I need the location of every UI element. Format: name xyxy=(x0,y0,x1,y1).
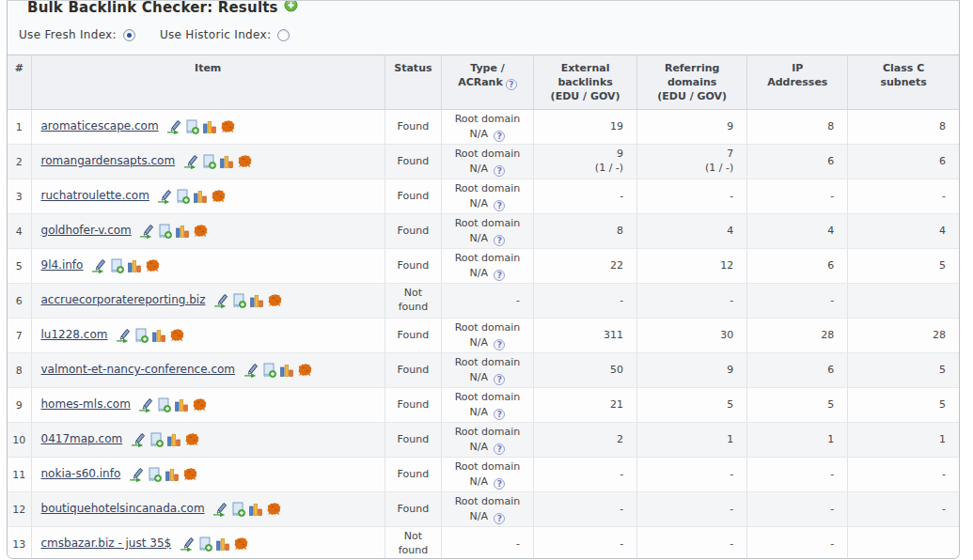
pen-link-icon[interactable] xyxy=(131,432,146,447)
help-icon[interactable]: ? xyxy=(494,339,505,350)
domain-link[interactable]: boutiquehotelsincanada.com xyxy=(41,502,205,515)
class-c-subnets-cell: 5 xyxy=(848,353,959,388)
majestic-icon[interactable] xyxy=(145,258,161,273)
pen-link-icon[interactable] xyxy=(157,189,172,204)
help-icon[interactable]: ? xyxy=(506,79,517,90)
item-cell: accruecorporatereporting.biz xyxy=(31,284,384,319)
majestic-icon[interactable] xyxy=(233,537,249,552)
row-number: 5 xyxy=(8,249,31,284)
majestic-icon[interactable] xyxy=(182,467,198,482)
majestic-icon[interactable] xyxy=(211,189,227,204)
bar-chart-icon[interactable] xyxy=(202,119,217,134)
add-report-icon[interactable] xyxy=(147,467,162,482)
pen-link-icon[interactable] xyxy=(243,363,259,378)
domain-link[interactable]: homes-mls.com xyxy=(41,397,131,411)
add-report-icon[interactable] xyxy=(184,119,199,134)
add-icon[interactable] xyxy=(284,0,298,16)
domain-link[interactable]: 9l4.info xyxy=(41,258,84,272)
bar-chart-icon[interactable] xyxy=(175,224,190,239)
domain-link[interactable]: ruchatroulette.com xyxy=(41,189,149,202)
majestic-icon[interactable] xyxy=(169,328,185,343)
add-report-icon[interactable] xyxy=(149,432,164,447)
col-header-ip-addresses: IP Addresses xyxy=(747,55,848,110)
domain-link[interactable]: nokia-s60.info xyxy=(41,467,121,480)
help-icon[interactable]: ? xyxy=(494,374,505,385)
pen-link-icon[interactable] xyxy=(139,224,154,239)
pen-link-icon[interactable] xyxy=(138,397,153,412)
domain-link[interactable]: goldhofer-v.com xyxy=(41,224,132,237)
acrank-value: N/A xyxy=(469,197,491,210)
help-icon[interactable]: ? xyxy=(494,235,505,246)
add-report-icon[interactable] xyxy=(261,363,276,378)
bar-chart-icon[interactable] xyxy=(166,432,181,447)
majestic-icon[interactable] xyxy=(184,432,200,447)
item-cell: homes-mls.com xyxy=(31,388,384,423)
domain-link[interactable]: cmsbazar.biz - just 35$ xyxy=(41,537,172,550)
bar-chart-icon[interactable] xyxy=(215,537,230,552)
pen-link-icon[interactable] xyxy=(116,328,131,343)
help-icon[interactable]: ? xyxy=(494,513,505,524)
bar-chart-icon[interactable] xyxy=(165,467,180,482)
domain-link[interactable]: romangardensapts.com xyxy=(41,154,176,167)
pen-link-icon[interactable] xyxy=(212,502,228,517)
domain-link[interactable]: 0417map.com xyxy=(41,432,123,445)
bar-chart-icon[interactable] xyxy=(249,293,264,308)
majestic-icon[interactable] xyxy=(267,293,283,308)
row-number: 4 xyxy=(8,214,31,249)
domain-link[interactable]: valmont-et-nancy-conference.com xyxy=(41,363,236,376)
bar-chart-icon[interactable] xyxy=(248,502,263,517)
add-report-icon[interactable] xyxy=(175,189,190,204)
add-report-icon[interactable] xyxy=(197,537,212,552)
pen-link-icon[interactable] xyxy=(129,467,144,482)
help-icon[interactable]: ? xyxy=(494,200,505,211)
pen-link-icon[interactable] xyxy=(180,537,195,552)
status-cell: Found xyxy=(384,319,441,353)
acrank-value: N/A xyxy=(469,371,491,383)
help-icon[interactable]: ? xyxy=(494,165,505,177)
domain-link[interactable]: aromaticescape.com xyxy=(41,119,159,132)
help-icon[interactable]: ? xyxy=(494,131,505,142)
type-empty-value: - xyxy=(442,293,533,307)
domain-link[interactable]: accruecorporatereporting.biz xyxy=(41,293,206,306)
type-acrank-cell: Root domain N/A ? xyxy=(441,353,533,388)
row-action-icons xyxy=(131,432,200,447)
majestic-icon[interactable] xyxy=(220,119,236,134)
pen-link-icon[interactable] xyxy=(213,293,228,308)
bar-chart-icon[interactable] xyxy=(151,328,166,343)
pen-link-icon[interactable] xyxy=(91,258,106,273)
bar-chart-icon[interactable] xyxy=(193,189,208,204)
add-report-icon[interactable] xyxy=(109,258,124,273)
domain-link[interactable]: lu1228.com xyxy=(41,328,108,341)
fresh-index-radio[interactable] xyxy=(123,29,135,41)
add-report-icon[interactable] xyxy=(201,154,216,169)
bar-chart-icon[interactable] xyxy=(219,154,234,169)
pen-link-icon[interactable] xyxy=(166,119,181,134)
pen-link-icon[interactable] xyxy=(183,154,198,169)
majestic-icon[interactable] xyxy=(192,397,208,412)
row-action-icons xyxy=(138,397,208,412)
type-acrank-cell: Root domain N/A ? xyxy=(441,423,533,458)
add-report-icon[interactable] xyxy=(156,397,171,412)
add-report-icon[interactable] xyxy=(230,502,245,517)
referring-domains-cell: 1 xyxy=(637,423,747,458)
class-c-subnets-cell: 4 xyxy=(848,214,959,249)
type-value: Root domain xyxy=(455,426,521,438)
type-acrank-cell: Root domain N/A ? xyxy=(441,492,533,527)
majestic-icon[interactable] xyxy=(266,502,282,517)
bar-chart-icon[interactable] xyxy=(279,363,294,378)
majestic-icon[interactable] xyxy=(237,154,253,169)
help-icon[interactable]: ? xyxy=(494,443,505,455)
add-report-icon[interactable] xyxy=(133,328,149,343)
historic-index-radio[interactable] xyxy=(277,29,290,41)
row-number: 10 xyxy=(8,423,31,458)
bar-chart-icon[interactable] xyxy=(127,258,142,273)
help-icon[interactable]: ? xyxy=(494,270,505,281)
row-number: 11 xyxy=(8,458,31,492)
bar-chart-icon[interactable] xyxy=(174,397,189,412)
help-icon[interactable]: ? xyxy=(494,478,505,490)
help-icon[interactable]: ? xyxy=(494,409,505,420)
add-report-icon[interactable] xyxy=(157,224,172,239)
majestic-icon[interactable] xyxy=(297,363,313,378)
majestic-icon[interactable] xyxy=(193,224,209,239)
add-report-icon[interactable] xyxy=(231,293,246,308)
